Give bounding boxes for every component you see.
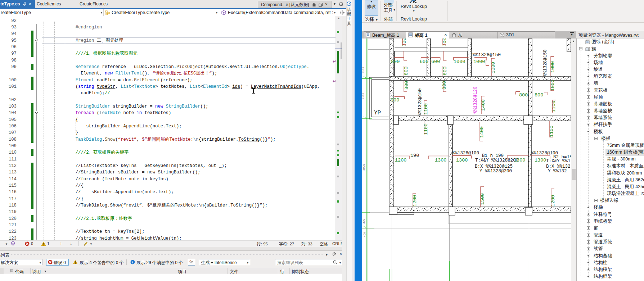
svg-text:800: 800 [519,92,528,98]
svg-text:600: 600 [431,59,440,64]
svg-text:YP: YP [374,110,381,116]
svg-text:1300: 1300 [535,158,546,163]
svg-text:B1 h=190: B1 h=190 [482,153,504,158]
svg-text:800: 800 [404,81,409,90]
svg-text:800: 800 [404,67,409,75]
svg-text:%%1328@150: %%1328@150 [418,88,423,115]
svg-text:%%1328@120: %%1328@120 [473,86,478,113]
svg-text:T:X&Y %%1: T:X&Y %%1 [546,159,571,164]
svg-text:Y %%1328@200: Y %%1328@200 [479,169,512,174]
svg-text:1300: 1300 [456,158,468,163]
svg-text:900: 900 [391,98,399,103]
svg-text:300: 300 [362,219,365,224]
svg-text:T:X&Y %%1328@200: T:X&Y %%1328@200 [475,158,518,163]
svg-text:%%1328@150: %%1328@150 [543,49,548,76]
svg-text:1200: 1200 [395,158,406,163]
svg-text:1000: 1000 [473,59,485,64]
svg-text:800: 800 [442,81,447,90]
svg-text:B:X %%1328@125: B:X %%1328@125 [475,164,513,169]
svg-text:800: 800 [391,59,400,64]
svg-text:2100: 2100 [362,93,365,99]
svg-text:B:X %%132: B:X %%132 [546,164,571,169]
svg-text:Y %%132: Y %%132 [548,169,567,174]
svg-text:400: 400 [363,232,366,237]
svg-text:2100: 2100 [362,67,365,73]
svg-text:1100: 1100 [551,101,557,112]
svg-text:190: 190 [410,153,419,158]
svg-text:3000: 3000 [362,164,365,171]
svg-text:1300: 1300 [435,158,446,163]
svg-text:%%1328@150: %%1328@150 [473,52,501,58]
svg-text:1000: 1000 [454,59,465,64]
svg-text:%%1328@100: %%1328@100 [452,151,479,156]
svg-text:800: 800 [535,92,543,98]
svg-text:800: 800 [442,67,448,75]
